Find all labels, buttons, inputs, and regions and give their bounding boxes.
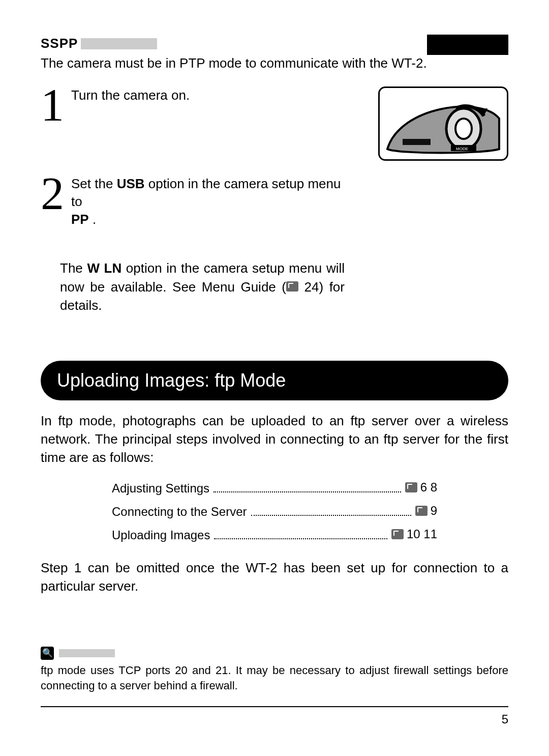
- step-2-number: 2: [41, 175, 71, 213]
- wlan-pre: The: [60, 260, 87, 276]
- page-ref-icon: [391, 529, 404, 539]
- toc-label: Connecting to the Server: [112, 505, 247, 519]
- step-2-post: .: [89, 212, 96, 227]
- ftp-heading: Uploading Images: ftp Mode: [41, 361, 508, 400]
- page-ref-icon: [405, 482, 417, 492]
- step-1: 1 Turn the camera on. MODE: [41, 86, 508, 161]
- tip-heading-bar: [59, 649, 115, 657]
- tip-block: 🔍 ftp mode uses TCP ports 20 and 21. It …: [41, 647, 508, 694]
- wlan-ref: 24: [304, 279, 319, 295]
- step-2-pre: Set the: [71, 176, 117, 191]
- step-2-usb-bold: USB: [117, 176, 145, 191]
- svg-text:MODE: MODE: [456, 147, 468, 151]
- svg-point-1: [455, 119, 472, 139]
- step-2-pp-bold: PP: [71, 212, 89, 227]
- toc-page-num: 9: [431, 504, 437, 518]
- toc-dots: [251, 514, 411, 516]
- usb-intro: The camera must be in PTP mode to commun…: [41, 54, 508, 72]
- toc-label: Adjusting Settings: [112, 481, 209, 496]
- svg-rect-5: [403, 139, 431, 145]
- step-1-text: Turn the camera on.: [71, 86, 190, 104]
- toc-label: Uploading Images: [112, 528, 210, 542]
- footer-rule: [41, 706, 508, 707]
- usb-label-bar: [81, 38, 157, 49]
- manual-page: SSPP The camera must be in PTP mode to c…: [0, 0, 549, 756]
- toc-dots: [214, 491, 401, 492]
- step-2: 2 Set the USB option in the camera setup…: [41, 175, 508, 228]
- toc-page: 9: [415, 504, 437, 518]
- section-tab: [427, 35, 508, 55]
- toc-page: 10 11: [391, 527, 437, 541]
- page-ref-icon: [415, 506, 428, 516]
- toc-dots: [214, 538, 387, 539]
- page-number: 5: [41, 712, 508, 726]
- step-1-number: 1: [41, 86, 71, 124]
- camera-power-svg: MODE: [380, 88, 507, 159]
- toc-row: Connecting to the Server 9: [112, 504, 437, 519]
- toc-row: Adjusting Settings 6 8: [112, 480, 437, 496]
- ftp-step1-note: Step 1 can be omitted once the WT-2 has …: [41, 559, 508, 596]
- ftp-intro: In ftp mode, photographs can be uploaded…: [41, 412, 508, 467]
- toc-page-num: 10 11: [407, 527, 437, 541]
- step-2-text: Set the USB option in the camera setup m…: [71, 175, 346, 228]
- page-ref-icon: [286, 281, 298, 292]
- wlan-note: The W LN option in the camera setup menu…: [60, 259, 345, 314]
- tip-heading: 🔍: [41, 647, 508, 660]
- toc-row: Uploading Images 10 11: [112, 527, 437, 542]
- wlan-bold: W LN: [87, 260, 121, 276]
- toc-page-num: 6 8: [420, 480, 437, 495]
- camera-power-illustration: MODE: [378, 86, 508, 161]
- magnifier-icon: 🔍: [41, 647, 54, 660]
- tip-text: ftp mode uses TCP ports 20 and 21. It ma…: [41, 663, 508, 694]
- toc-page: 6 8: [405, 480, 437, 495]
- ftp-toc: Adjusting Settings 6 8 Connecting to the…: [112, 480, 437, 542]
- usb-label: SSPP: [41, 36, 78, 51]
